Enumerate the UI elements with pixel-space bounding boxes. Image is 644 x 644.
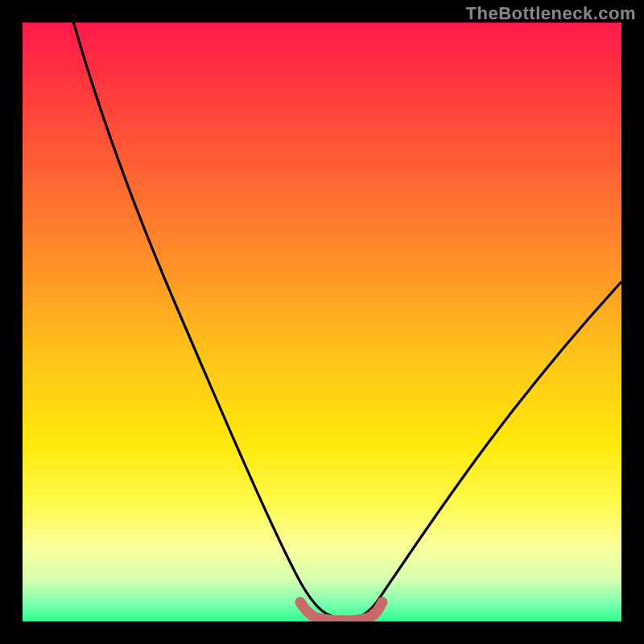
watermark-label: TheBottleneck.com xyxy=(466,3,636,24)
bottleneck-curve-path xyxy=(67,23,621,619)
plot-area xyxy=(23,23,621,621)
optimal-marker-dot xyxy=(369,609,378,618)
optimal-marker-dot xyxy=(308,610,317,620)
bottleneck-curve-svg xyxy=(23,23,621,621)
chart-frame: TheBottleneck.com xyxy=(0,0,644,644)
